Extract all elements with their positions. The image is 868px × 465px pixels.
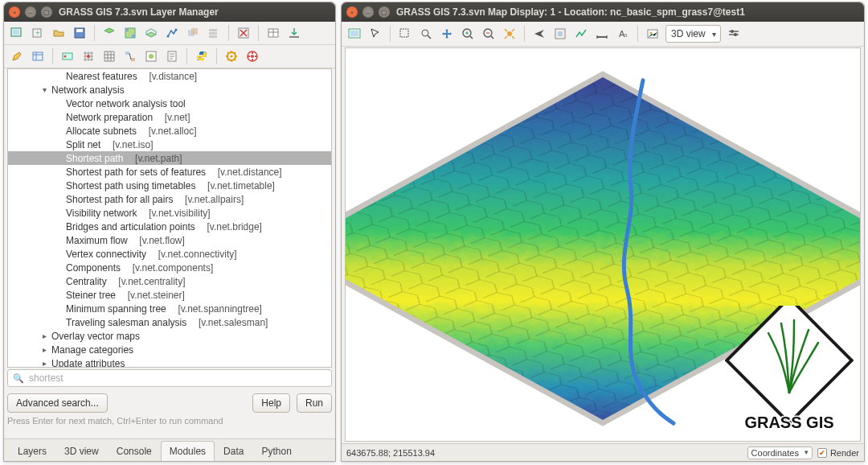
tree-item[interactable]: Components [v.net.components]	[8, 261, 331, 274]
tab-python[interactable]: Python	[252, 441, 300, 461]
render-checkbox[interactable]: ✔	[817, 448, 827, 458]
settings-icon[interactable]	[223, 48, 240, 64]
tab-modules[interactable]: Modules	[161, 441, 215, 461]
layer-toolbar-2	[4, 45, 335, 68]
help-icon[interactable]	[244, 48, 260, 64]
advanced-search-button[interactable]: Advanced search...	[7, 393, 108, 413]
svg-point-10	[175, 29, 178, 31]
svg-rect-23	[33, 52, 43, 60]
tree-item[interactable]: ▸Manage categories	[8, 343, 331, 356]
nviz-settings-icon[interactable]	[726, 26, 742, 42]
tree-item[interactable]: Network preparation [v.net]	[8, 110, 331, 124]
tree-item[interactable]: ▸Update attributes	[8, 356, 331, 368]
svg-point-63	[731, 30, 734, 33]
analyze-icon[interactable]	[573, 26, 589, 42]
tab-layers[interactable]: Layers	[9, 441, 55, 461]
tree-item[interactable]: Bridges and articulation points [v.net.b…	[8, 220, 331, 233]
tab-3d-view[interactable]: 3D view	[55, 441, 108, 461]
tree-item[interactable]: Centrality [v.net.centrality]	[8, 274, 331, 288]
tree-item[interactable]: Allocate subnets [v.net.alloc]	[8, 124, 331, 138]
map-canvas[interactable]: GRASS GIS	[345, 47, 861, 442]
tree-item[interactable]: Shortest path [v.net.path]	[8, 151, 331, 165]
save-image-icon[interactable]	[645, 26, 661, 42]
tree-item[interactable]: Minimum spanning tree [v.net.spanningtre…	[8, 302, 331, 315]
tree-item[interactable]: Traveling salesman analysis [v.net.sales…	[8, 315, 331, 329]
svg-rect-1	[13, 30, 19, 35]
new-display-icon[interactable]	[9, 25, 25, 41]
button-row: Advanced search... Help Run	[7, 393, 332, 413]
tree-item[interactable]: Nearest features [v.distance]	[8, 69, 331, 83]
search-input[interactable]: 🔍 shortest	[7, 369, 332, 387]
pointer-icon[interactable]	[367, 26, 383, 42]
tree-item[interactable]: Visibility network [v.net.visibility]	[8, 206, 331, 220]
tree-item[interactable]: Vector network analysis tool	[8, 97, 331, 110]
add-group-icon[interactable]	[206, 25, 222, 41]
pan-icon[interactable]	[439, 26, 455, 42]
new-workspace-icon[interactable]: +	[30, 25, 46, 41]
tree-item[interactable]: Shortest path for all pairs [v.net.allpa…	[8, 192, 331, 206]
text-overlay-icon[interactable]: Aa	[615, 26, 631, 42]
tree-item[interactable]: Maximum flow [v.net.flow]	[8, 233, 331, 247]
tree-item[interactable]: ▸Overlay vector maps	[8, 329, 331, 343]
svg-rect-40	[350, 31, 358, 36]
svg-line-49	[491, 36, 493, 39]
tree-item[interactable]: Vertex connectivity [v.net.connectivity]	[8, 247, 331, 261]
open-workspace-icon[interactable]	[51, 25, 67, 41]
maximize-icon[interactable]: ▢	[41, 6, 52, 18]
render-map-icon[interactable]	[346, 26, 362, 42]
close-icon[interactable]: ×	[346, 6, 358, 18]
svg-point-51	[507, 31, 512, 36]
tab-data[interactable]: Data	[215, 441, 252, 461]
gcp-icon[interactable]	[80, 48, 96, 64]
add-vector-icon[interactable]	[164, 25, 180, 41]
add-raster3d-icon[interactable]	[143, 25, 159, 41]
tree-item[interactable]: Steiner tree [v.net.steiner]	[8, 288, 331, 302]
map-toolbar: Aa 3D view	[342, 22, 864, 47]
view-mode-select[interactable]: 3D view	[665, 25, 721, 43]
maximize-icon[interactable]: ▢	[379, 6, 390, 18]
script-icon[interactable]	[164, 48, 180, 64]
zoom-extent-icon[interactable]	[502, 26, 518, 42]
zoom-out-icon[interactable]	[481, 26, 497, 42]
logo-text: GRASS GIS	[744, 414, 833, 431]
tab-console[interactable]: Console	[108, 441, 161, 461]
add-raster-icon[interactable]	[122, 25, 138, 41]
edit-vector-icon[interactable]	[9, 48, 25, 64]
titlebar[interactable]: × – ▢ GRASS GIS 7.3.svn Map Display: 1 -…	[342, 2, 864, 22]
zoom-in-icon[interactable]	[460, 26, 476, 42]
status-mode-select[interactable]: Coordinates	[747, 446, 813, 459]
add-layers-icon[interactable]	[101, 25, 117, 41]
save-workspace-icon[interactable]	[72, 25, 88, 41]
cartographic-icon[interactable]	[143, 48, 159, 64]
titlebar[interactable]: × – ▢ GRASS GIS 7.3.svn Layer Manager	[4, 2, 335, 22]
help-button[interactable]: Help	[252, 393, 290, 413]
remove-layer-icon[interactable]	[235, 25, 252, 41]
svg-line-31	[129, 53, 131, 60]
bottom-tabs: Layers3D viewConsoleModulesDataPython	[4, 438, 335, 461]
table-icon[interactable]	[265, 25, 281, 41]
attribute-table-icon[interactable]	[30, 48, 46, 64]
close-icon[interactable]: ×	[9, 6, 20, 18]
tree-item[interactable]: Shortest path for sets of features [v.ne…	[8, 165, 331, 179]
svg-point-9	[167, 35, 170, 38]
fly-icon[interactable]	[531, 26, 547, 42]
zoom-region-icon[interactable]	[552, 26, 568, 42]
svg-rect-29	[125, 51, 129, 55]
tree-item[interactable]: Shortest path using timetables [v.net.ti…	[8, 179, 331, 192]
georectify-icon[interactable]	[59, 48, 76, 64]
query-icon[interactable]	[418, 26, 434, 42]
module-tree[interactable]: Nearest features [v.distance]▾Network an…	[7, 68, 332, 368]
scalebar-icon[interactable]	[594, 26, 610, 42]
select-icon[interactable]	[397, 26, 413, 42]
grid-icon[interactable]	[101, 48, 117, 64]
import-icon[interactable]	[286, 25, 302, 41]
tree-item[interactable]: Split net [v.net.iso]	[8, 138, 331, 151]
add-overlay-icon[interactable]	[185, 25, 201, 41]
run-button[interactable]: Run	[297, 393, 332, 413]
minimize-icon[interactable]: –	[362, 6, 374, 18]
minimize-icon[interactable]: –	[25, 6, 36, 18]
svg-rect-8	[132, 35, 135, 38]
python-icon[interactable]	[194, 48, 210, 64]
tree-item[interactable]: ▾Network analysis	[8, 83, 331, 97]
modeller-icon[interactable]	[122, 48, 138, 64]
